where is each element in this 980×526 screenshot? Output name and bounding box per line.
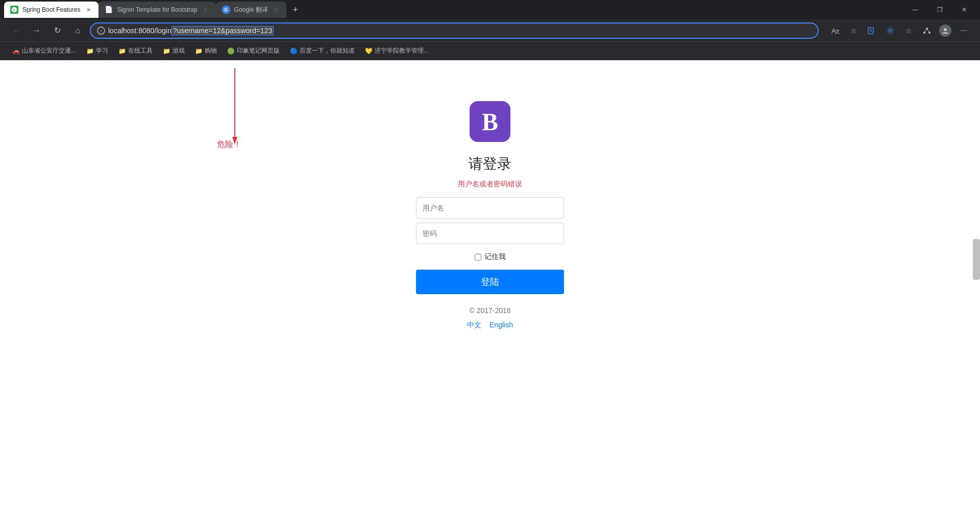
bookmark-label: 百度一下，你就知道	[300, 46, 355, 55]
favorites-icon[interactable]: ☆	[845, 22, 862, 39]
bookmarks-bar: 🚗 山东省公安厅交通... 📁 学习 📁 在线工具 📁 游戏 📁 购物 🟢 印象…	[0, 42, 980, 60]
tab3-label: Google 翻译	[234, 6, 268, 14]
tab-favicon-1: S	[10, 6, 18, 14]
reload-button[interactable]: ↻	[49, 22, 65, 39]
home-button[interactable]: ⌂	[69, 22, 86, 39]
bootstrap-b-letter: B	[482, 108, 498, 136]
login-button[interactable]: 登陆	[416, 270, 564, 294]
password-input[interactable]	[416, 223, 564, 244]
bookmark-study[interactable]: 📁 学习	[82, 44, 112, 58]
remember-label: 记住我	[484, 252, 506, 261]
bookmark-label: 山东省公安厅交通...	[22, 46, 76, 55]
tab-spring-boot[interactable]: S Spring Boot Features ✕	[4, 2, 99, 18]
more-button[interactable]: ⋯	[955, 22, 972, 39]
svg-point-13	[928, 32, 930, 34]
tab1-close[interactable]: ✕	[84, 6, 92, 14]
tab2-close[interactable]: ✕	[202, 6, 210, 14]
translate-icon[interactable]: A文	[827, 22, 843, 39]
reading-list-icon[interactable]: ☆	[900, 22, 917, 39]
url-host: localhost:8080/login	[108, 27, 172, 35]
bookmark-label: 济宁学院教学管理...	[375, 46, 429, 55]
bookmark-baidu[interactable]: 🔵 百度一下，你就知道	[286, 44, 359, 58]
bookmark-games[interactable]: 📁 游戏	[159, 44, 189, 58]
url-query: ?username=12&password=123	[172, 26, 274, 35]
username-input[interactable]	[416, 197, 564, 219]
bookmark-shandong[interactable]: 🚗 山东省公安厅交通...	[8, 44, 80, 58]
tab3-close[interactable]: ✕	[272, 6, 280, 14]
error-message: 用户名或者密码错误	[458, 180, 522, 189]
page-content: 危险！ B 请登录 用户名或者密码错误 记住我 登陆 © 2017-2018 中…	[0, 60, 980, 526]
bookmark-label: 在线工具	[128, 46, 153, 55]
forward-button[interactable]: →	[29, 22, 45, 39]
hub-icon[interactable]	[919, 22, 935, 39]
bookmark-label: 购物	[205, 46, 217, 55]
lang-en-link[interactable]: English	[489, 321, 513, 330]
bookmark-jining[interactable]: 💛 济宁学院教学管理...	[361, 44, 433, 58]
remember-checkbox[interactable]	[475, 254, 481, 260]
new-tab-button[interactable]: +	[288, 3, 303, 17]
svg-line-14	[924, 30, 927, 32]
svg-rect-6	[868, 28, 873, 34]
remember-wrap: 记住我	[475, 252, 506, 261]
window-controls: — ❐ ✕	[903, 2, 976, 18]
bookmark-shopping[interactable]: 📁 购物	[191, 44, 221, 58]
sync-icon[interactable]: ⟳	[882, 22, 898, 39]
svg-line-15	[927, 30, 929, 32]
svg-point-12	[923, 32, 925, 34]
tab-translate[interactable]: G Google 翻译 ✕	[216, 2, 286, 18]
svg-point-16	[944, 28, 947, 31]
title-bar: S Spring Boot Features ✕ 📄 Signin Templa…	[0, 0, 980, 19]
account-icon[interactable]	[937, 22, 953, 39]
address-bar: ← → ↻ ⌂ i localhost:8080/login?username=…	[0, 19, 980, 42]
minimize-button[interactable]: —	[903, 2, 927, 18]
close-button[interactable]: ✕	[952, 2, 976, 18]
address-input[interactable]: i localhost:8080/login?username=12&passw…	[90, 22, 819, 39]
login-container: B 请登录 用户名或者密码错误 记住我 登陆 © 2017-2018 中文 En…	[413, 101, 567, 330]
info-icon: i	[97, 27, 105, 35]
scrollbar-hint[interactable]	[973, 239, 980, 280]
bookmark-label: 游戏	[173, 46, 185, 55]
maximize-button[interactable]: ❐	[928, 2, 951, 18]
svg-point-11	[926, 28, 928, 30]
bootstrap-logo: B	[470, 101, 510, 142]
tab-favicon-3: G	[222, 6, 230, 14]
url-display: localhost:8080/login?username=12&passwor…	[108, 27, 812, 35]
tab-signin[interactable]: 📄 Signin Template for Bootstrap ✕	[99, 2, 215, 18]
bookmark-tools[interactable]: 📁 在线工具	[114, 44, 157, 58]
tab-favicon-2: 📄	[105, 6, 113, 14]
language-links: 中文 English	[467, 321, 513, 330]
svg-text:文: 文	[835, 29, 840, 34]
bookmark-label: 学习	[96, 46, 108, 55]
back-button[interactable]: ←	[8, 22, 24, 39]
login-title: 请登录	[469, 154, 511, 174]
bookmark-label: 印象笔记网页版	[237, 46, 280, 55]
svg-text:⟳: ⟳	[888, 28, 893, 34]
toolbar-icons: A文 ☆ ⟳ ☆ ⋯	[827, 22, 972, 39]
bookmark-evernote[interactable]: 🟢 印象笔记网页版	[223, 44, 284, 58]
tab2-label: Signin Template for Bootstrap	[117, 6, 197, 13]
lang-zh-link[interactable]: 中文	[467, 321, 481, 330]
copyright-text: © 2017-2018	[469, 306, 510, 315]
danger-label: 危险！	[217, 139, 241, 150]
collections-icon[interactable]	[864, 22, 880, 39]
browser-chrome: S Spring Boot Features ✕ 📄 Signin Templa…	[0, 0, 980, 60]
svg-text:i: i	[101, 29, 102, 34]
svg-text:S: S	[13, 8, 15, 12]
tab1-label: Spring Boot Features	[22, 6, 80, 13]
